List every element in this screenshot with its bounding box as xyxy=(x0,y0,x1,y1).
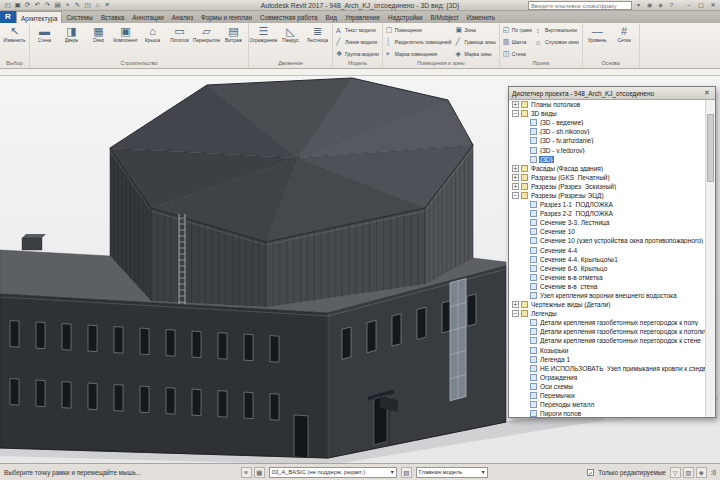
tree-item[interactable]: Пироги полов xyxy=(509,409,705,417)
tree-item[interactable]: {3D} xyxy=(509,155,705,164)
tree-item[interactable]: +Разрезы (GKS_Печатный) xyxy=(509,173,705,182)
tree-item[interactable]: Детали крепления газобетонных перегородо… xyxy=(509,327,705,336)
tree-expander-icon[interactable]: + xyxy=(512,165,519,172)
tree-item[interactable]: НЕ ИСПОЛЬЗОВАТЬ_Узел примыкания кровли к… xyxy=(509,364,705,373)
tree-item[interactable]: Переходы металл xyxy=(509,400,705,409)
exchange-apps-icon[interactable]: ◈ xyxy=(656,1,665,10)
tree-item[interactable]: +Чертежные виды (Детали) xyxy=(509,300,705,309)
ribbon-button-Разделитель помещений[interactable]: ┊Разделитель помещений xyxy=(384,36,454,48)
background-process-icon[interactable]: ◈ xyxy=(696,467,707,478)
tree-item[interactable]: Ограждения xyxy=(509,373,705,382)
tree-expander-icon[interactable]: + xyxy=(512,174,519,181)
tree-item[interactable]: +Планы потолков xyxy=(509,100,705,109)
tree-item[interactable]: −Разрезы (Разрезы ЭЦД) xyxy=(509,191,705,200)
ribbon-button-Дверь[interactable]: ◨Дверь xyxy=(58,24,85,59)
tree-expander-icon[interactable]: − xyxy=(512,310,519,317)
tree-item[interactable]: Легенда 1 xyxy=(509,355,705,364)
open-icon[interactable]: ◰ xyxy=(3,0,12,10)
redo-icon[interactable]: ↷ xyxy=(43,0,52,10)
workset-display-icon[interactable]: ▦ xyxy=(254,467,265,478)
ribbon-button-Ограждение[interactable]: ☰Ограждение xyxy=(250,24,277,59)
tree-item[interactable]: Сечение 10 (узел устройства окна противо… xyxy=(509,236,705,245)
tree-item[interactable]: Оси схемы xyxy=(509,382,705,391)
tag-icon[interactable]: ✎ xyxy=(73,0,82,10)
tree-item[interactable]: +Фасады (Фасад здания) xyxy=(509,164,705,173)
tab-Совместная работа[interactable]: Совместная работа xyxy=(256,11,322,23)
tab-Аннотации[interactable]: Аннотации xyxy=(128,11,167,23)
ribbon-button-Вертикальное[interactable]: ↕Вертикальное xyxy=(534,24,581,36)
tree-expander-icon[interactable]: + xyxy=(512,101,519,108)
tree-expander-icon[interactable]: − xyxy=(512,192,519,199)
tree-item[interactable]: Разрез 1-1_ПОДЛОЖКА xyxy=(509,200,705,209)
tree-item[interactable]: Сечение 4-4. Крыльцо№1 xyxy=(509,255,705,264)
tree-item[interactable]: Перемычки xyxy=(509,391,705,400)
close-button[interactable]: ✕ xyxy=(708,1,718,10)
ribbon-button-Витраж[interactable]: ▤Витраж xyxy=(220,24,247,59)
ribbon-button-Компонент[interactable]: ▣Компонент xyxy=(112,24,139,59)
design-option-dropdown[interactable]: Главная модель ▾ xyxy=(416,467,488,478)
project-browser-panel[interactable]: Диспетчер проекта - 948_Arch_KJ_отсоедин… xyxy=(508,86,716,418)
ribbon-button-Текст модели[interactable]: AТекст модели xyxy=(334,24,381,36)
tab-BIMobject[interactable]: BIMobject xyxy=(427,11,463,23)
close-icon[interactable]: ✕ xyxy=(702,89,712,97)
project-browser-tree[interactable]: +Планы потолков−3D виды{3D - ведение}{3D… xyxy=(509,100,705,417)
design-options-icon[interactable]: ▧ xyxy=(401,467,412,478)
tab-Анализ[interactable]: Анализ xyxy=(168,11,197,23)
tree-item[interactable]: {3D - sh.nikonov} xyxy=(509,127,705,136)
maximize-button[interactable]: ▢ xyxy=(696,1,706,10)
thin-lines-icon[interactable]: ≡ xyxy=(103,0,112,10)
tree-item[interactable]: {3D - tv.arhzdanie} xyxy=(509,136,705,145)
ribbon-button-Изменить[interactable]: ↖Изменить xyxy=(1,24,28,59)
tree-item[interactable]: Козырьки xyxy=(509,346,705,355)
filter-funnel-icon[interactable]: ▽ xyxy=(670,467,681,478)
ribbon-button-Потолок[interactable]: ▭Потолок xyxy=(166,24,193,59)
measure-icon[interactable]: ⌖ xyxy=(63,0,72,10)
ribbon-button-Крыша[interactable]: ⌂Крыша xyxy=(139,24,166,59)
ribbon-button-Слуховое окно[interactable]: ⌂Слуховое окно xyxy=(534,36,581,48)
minimize-button[interactable]: – xyxy=(684,1,694,10)
ribbon-button-Уровень[interactable]: —Уровень xyxy=(584,24,611,59)
tab-Системы[interactable]: Системы xyxy=(62,11,96,23)
panel-scrollbar[interactable] xyxy=(705,100,715,417)
tree-expander-icon[interactable]: + xyxy=(512,301,519,308)
save-icon[interactable]: ▣ xyxy=(13,0,22,10)
tree-expander-icon[interactable]: + xyxy=(512,183,519,190)
tree-item[interactable]: Сечение 3-3. Лестница xyxy=(509,218,705,227)
search-dropdown-icon[interactable]: ▾ xyxy=(634,1,643,10)
help-icon[interactable]: ? xyxy=(667,1,676,10)
tree-item[interactable]: Детали крепления газобетонных перегородо… xyxy=(509,318,705,327)
tree-item[interactable]: +Разрезы (Разрез_Эскизный) xyxy=(509,182,705,191)
tree-item[interactable]: −3D виды xyxy=(509,109,705,118)
signin-icon[interactable]: ◉ xyxy=(645,1,654,10)
ribbon-button-Граница зоны[interactable]: ╱Граница зоны xyxy=(454,36,498,48)
ribbon-button-Пандус[interactable]: ◺Пандус xyxy=(277,24,304,59)
ribbon-button-Помещение[interactable]: ▢Помещение xyxy=(384,24,454,36)
ribbon-button-Зона[interactable]: ▣Зона xyxy=(454,24,498,36)
ribbon-button-Стена[interactable]: ▬Стена xyxy=(31,24,58,59)
ribbon-button-Шахта[interactable]: ▥Шахта xyxy=(501,36,534,48)
select-toggle-icon[interactable]: ▥ xyxy=(683,467,694,478)
scrollbar-thumb[interactable] xyxy=(707,114,714,182)
search-input[interactable] xyxy=(528,1,632,10)
ribbon-button-Лестница[interactable]: ≣Лестница xyxy=(304,24,331,59)
ribbon-button-Линия модели[interactable]: ╱Линия модели xyxy=(334,36,381,48)
tree-expander-icon[interactable]: − xyxy=(512,110,519,117)
tree-item[interactable]: Узел крепления воронки внешнего водосток… xyxy=(509,291,705,300)
tree-item[interactable]: Сечение 6-6. Крыльцо xyxy=(509,264,705,273)
tree-item[interactable]: Сечение 4-4 xyxy=(509,246,705,255)
tab-Архитектура[interactable]: Архитектура xyxy=(16,11,62,23)
ribbon-button-Окно[interactable]: ▦Окно xyxy=(85,24,112,59)
tab-Изменить[interactable]: Изменить xyxy=(463,11,499,23)
tab-Вид[interactable]: Вид xyxy=(322,11,341,23)
ribbon-button-Сетка[interactable]: #Сетка xyxy=(611,24,638,59)
tree-item[interactable]: Сечение в-в_стена xyxy=(509,282,705,291)
tab-Управление[interactable]: Управление xyxy=(341,11,384,23)
tree-item[interactable]: Детали крепления газобетонных перегородо… xyxy=(509,336,705,345)
tree-item[interactable]: Сечение в-в отметка xyxy=(509,273,705,282)
tree-item[interactable]: {3D - v.fedorov} xyxy=(509,145,705,154)
ribbon-button-Перекрытие[interactable]: ▱Перекрытие xyxy=(193,24,220,59)
worksets-icon[interactable]: ≡ xyxy=(241,467,252,478)
tree-item[interactable]: {3D - ведение} xyxy=(509,118,705,127)
editable-only-checkbox[interactable]: ✓ xyxy=(587,469,594,476)
sync-icon[interactable]: ⟳ xyxy=(23,0,32,10)
